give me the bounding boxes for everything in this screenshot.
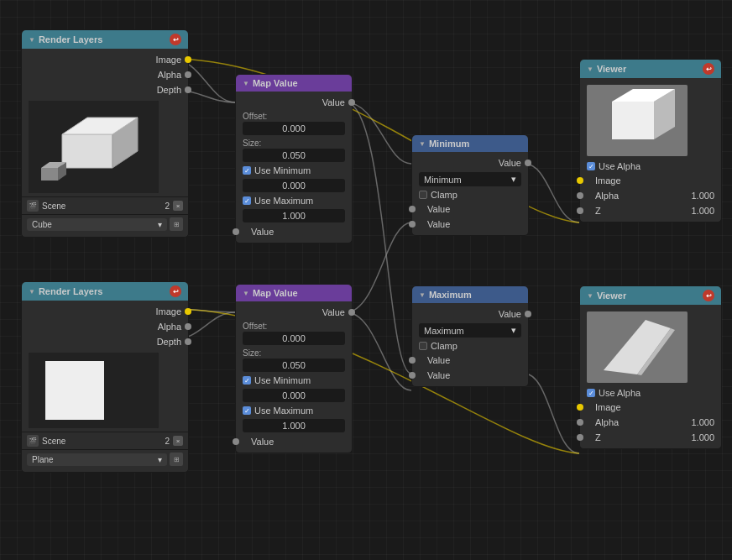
viewer-1-header: ▼ Viewer ↩ (580, 60, 721, 78)
minimum-clamp-checkbox[interactable] (419, 191, 427, 199)
map-value-2-minval-row: 0.000 (236, 387, 352, 404)
viewer-2-usealpha-label: Use Alpha (599, 388, 640, 398)
render-layers-2-alpha-socket[interactable] (185, 323, 191, 330)
map-value-1-size-row: Size: 0.050 (236, 137, 352, 164)
render-layers-1-layers-bar: Cube ▾ ⊞ (22, 214, 188, 233)
map-value-1-offset-label: Offset: (243, 112, 345, 121)
viewer-1-z-socket[interactable] (577, 207, 583, 214)
map-value-1-maxval-field[interactable]: 1.000 (243, 209, 345, 222)
map-value-2-minval-field[interactable]: 0.000 (243, 389, 345, 402)
map-value-2-title: Map Value (253, 288, 298, 298)
render-layers-2-depth-socket[interactable] (185, 338, 191, 345)
map-value-1-usemin-checkbox[interactable]: ✓ (243, 166, 251, 175)
map-value-1-size-field[interactable]: 0.050 (243, 149, 345, 162)
minimum-header: ▼ Minimum (412, 135, 528, 152)
render-layers-1-bottom-bar: 🎬 Scene 2 × (22, 196, 188, 214)
viewer-2-z-socket[interactable] (577, 434, 583, 441)
render-layers-2-alpha-label: Alpha (158, 322, 181, 332)
minimum-value1-socket[interactable] (409, 206, 416, 212)
map-value-node-1: ▼ Map Value Value Offset: 0.000 Size: 0.… (235, 74, 353, 243)
map-value-2-arrow[interactable]: ▼ (243, 290, 249, 297)
map-value-1-body: Value Offset: 0.000 Size: 0.050 ✓ Use Mi… (236, 92, 352, 243)
render-layers-1-layer-btn[interactable]: ⊞ (170, 217, 183, 231)
viewer-2-preview-svg (587, 311, 688, 383)
cube-preview-svg (29, 101, 159, 193)
viewer-2-image-socket[interactable] (577, 404, 583, 411)
render-layers-1-close-btn[interactable]: × (173, 201, 183, 211)
maximum-value2-socket[interactable] (409, 372, 416, 379)
minimum-dropdown-arrow: ▾ (511, 174, 516, 185)
viewer-2-alpha-socket[interactable] (577, 419, 583, 426)
maximum-output-socket[interactable] (525, 311, 531, 317)
maximum-value1-socket[interactable] (409, 357, 416, 364)
maximum-dropdown-label: Maximum (424, 326, 464, 336)
map-value-1-offset-field[interactable]: 0.000 (243, 122, 345, 135)
render-layers-2-layer-dropdown[interactable]: Plane ▾ (27, 453, 167, 466)
map-value-2-output-socket[interactable] (348, 309, 355, 316)
map-value-2-usemin-checkbox[interactable]: ✓ (243, 376, 251, 385)
minimum-arrow[interactable]: ▼ (419, 140, 426, 148)
maximum-dropdown[interactable]: Maximum ▾ (419, 323, 521, 338)
render-layers-2-alpha-row: Alpha (22, 319, 188, 334)
render-layers-1-layer-dropdown[interactable]: Cube ▾ (27, 218, 167, 231)
viewer-1-usealpha-checkbox[interactable]: ✓ (587, 162, 595, 170)
map-value-1-size-label: Size: (243, 139, 345, 148)
render-layers-1-image-socket[interactable] (185, 56, 191, 63)
viewer-1-arrow[interactable]: ▼ (587, 65, 593, 73)
render-layers-2-scene-num: 2 (165, 437, 170, 446)
map-value-2-size-field[interactable]: 0.050 (243, 359, 345, 372)
minimum-value2-socket[interactable] (409, 221, 416, 228)
map-value-1-title: Map Value (253, 78, 298, 88)
minimum-value2-row: Value (412, 217, 528, 232)
render-layers-1-scene-num: 2 (165, 201, 170, 211)
render-layers-1-depth-socket[interactable] (185, 86, 191, 93)
map-value-2-usemax-label: Use Maximum (254, 406, 313, 416)
map-value-1-output-socket[interactable] (348, 99, 355, 106)
viewer-1-alpha-value: 1.000 (691, 191, 714, 201)
map-value-1-header: ▼ Map Value (236, 75, 352, 92)
minimum-dropdown[interactable]: Minimum ▾ (419, 172, 521, 186)
map-value-1-output-label: Value (322, 97, 345, 107)
minimum-node: ▼ Minimum Value Minimum ▾ Clamp Value Va… (411, 134, 529, 236)
viewer-2-usealpha-checkbox[interactable]: ✓ (587, 389, 595, 397)
maximum-title: Maximum (429, 290, 472, 300)
map-value-1-input-socket[interactable] (233, 228, 239, 235)
map-value-node-2: ▼ Map Value Value Offset: 0.000 Size: 0.… (235, 284, 353, 453)
map-value-2-usemax-checkbox[interactable]: ✓ (243, 406, 251, 415)
viewer-2-alpha-value: 1.000 (691, 417, 714, 427)
collapse-arrow-2[interactable]: ▼ (29, 288, 35, 296)
render-layers-node-2: ▼ Render Layers ↩ Image Alpha Depth 🎬 Sc… (21, 281, 189, 473)
viewer-1-body: ✓ Use Alpha Image Alpha 1.000 Z 1.000 (580, 78, 721, 222)
viewer-2-arrow[interactable]: ▼ (587, 292, 593, 300)
minimum-output-socket[interactable] (525, 160, 531, 166)
render-layers-1-title: Render Layers (39, 34, 102, 44)
render-layers-2-image-socket[interactable] (185, 308, 191, 315)
map-value-2-offset-field[interactable]: 0.000 (243, 332, 345, 345)
map-value-1-usemin-row: ✓ Use Minimum (236, 164, 352, 177)
map-value-1-usemax-checkbox[interactable]: ✓ (243, 196, 251, 205)
minimum-value1-label: Value (427, 204, 450, 214)
render-layers-2-layer-btn[interactable]: ⊞ (170, 453, 183, 466)
map-value-2-input-socket[interactable] (233, 438, 239, 445)
map-value-1-value-label: Value (251, 227, 274, 237)
render-layers-2-layers-bar: Plane ▾ ⊞ (22, 449, 188, 468)
maximum-output-row: Value (412, 306, 528, 322)
viewer-1-alpha-socket[interactable] (577, 192, 583, 199)
map-value-2-usemax-row: ✓ Use Maximum (236, 404, 352, 417)
viewer-1-z-row: Z 1.000 (580, 203, 721, 218)
viewer-1-image-socket[interactable] (577, 177, 583, 184)
collapse-arrow-1[interactable]: ▼ (29, 36, 35, 44)
map-value-2-output-label: Value (322, 307, 345, 317)
map-value-1-usemax-label: Use Maximum (254, 196, 313, 206)
map-value-1-arrow[interactable]: ▼ (243, 80, 249, 87)
map-value-2-maxval-field[interactable]: 1.000 (243, 419, 345, 432)
viewer-2-alpha-label: Alpha (595, 417, 691, 427)
map-value-2-input-row: Value (236, 434, 352, 449)
render-layers-2-close-btn[interactable]: × (173, 436, 183, 446)
minimum-value2-label: Value (427, 219, 450, 229)
map-value-1-minval-field[interactable]: 0.000 (243, 179, 345, 192)
render-layers-2-body: Image Alpha Depth 🎬 Scene 2 × Plane ▾ (22, 301, 188, 472)
maximum-clamp-checkbox[interactable] (419, 342, 427, 350)
maximum-arrow[interactable]: ▼ (419, 291, 426, 299)
render-layers-1-alpha-socket[interactable] (185, 71, 191, 78)
